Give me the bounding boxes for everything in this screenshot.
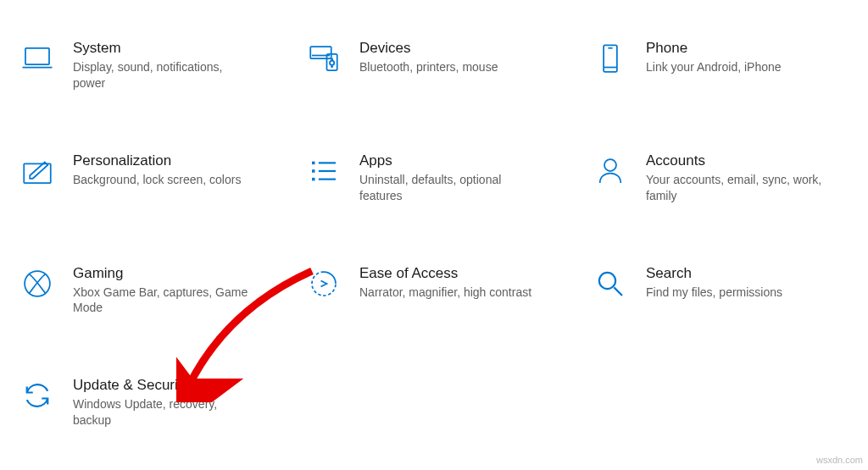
- svg-point-18: [604, 159, 616, 171]
- person-icon: [590, 151, 631, 191]
- tile-title: Ease of Access: [359, 265, 531, 282]
- tile-text: Phone Link your Android, iPhone: [646, 38, 782, 75]
- tile-text: Update & Security Windows Update, recove…: [73, 375, 251, 429]
- svg-rect-16: [312, 178, 315, 181]
- tile-title: Devices: [359, 40, 498, 57]
- tile-title: Update & Security: [73, 377, 251, 394]
- tile-title: Apps: [359, 152, 537, 169]
- phone-icon: [590, 38, 631, 79]
- tile-desc: Your accounts, email, sync, work, family: [646, 172, 824, 204]
- xbox-icon: [17, 263, 58, 304]
- list-icon: [303, 151, 344, 191]
- settings-grid: System Display, sound, notifications, po…: [0, 0, 868, 454]
- tile-desc: Narrator, magnifier, high contrast: [359, 285, 531, 301]
- tile-desc: Background, lock screen, colors: [73, 172, 241, 188]
- svg-point-6: [331, 58, 332, 59]
- tile-text: System Display, sound, notifications, po…: [73, 38, 251, 91]
- svg-point-5: [330, 61, 334, 65]
- tile-desc: Link your Android, iPhone: [646, 59, 782, 75]
- tile-text: Accounts Your accounts, email, sync, wor…: [646, 151, 824, 204]
- svg-line-21: [614, 287, 622, 296]
- tile-desc: Bluetooth, printers, mouse: [359, 59, 498, 75]
- tile-desc: Uninstall, defaults, optional features: [359, 172, 537, 204]
- tile-text: Gaming Xbox Game Bar, captures, Game Mod…: [73, 263, 251, 317]
- tile-text: Search Find my files, permissions: [646, 263, 782, 301]
- tile-gaming[interactable]: Gaming Xbox Game Bar, captures, Game Mod…: [17, 263, 287, 317]
- pen-icon: [17, 151, 58, 191]
- tile-title: Search: [646, 265, 782, 282]
- tile-accounts[interactable]: Accounts Your accounts, email, sync, wor…: [590, 151, 860, 204]
- tile-desc: Find my files, permissions: [646, 285, 782, 301]
- tile-apps[interactable]: Apps Uninstall, defaults, optional featu…: [303, 151, 573, 204]
- tile-desc: Display, sound, notifications, power: [73, 59, 251, 91]
- svg-rect-14: [312, 169, 315, 173]
- tile-title: Personalization: [73, 152, 241, 169]
- tile-devices[interactable]: Devices Bluetooth, printers, mouse: [303, 38, 573, 91]
- tile-system[interactable]: System Display, sound, notifications, po…: [17, 38, 287, 91]
- tile-phone[interactable]: Phone Link your Android, iPhone: [590, 38, 860, 91]
- svg-point-20: [599, 272, 615, 288]
- search-icon: [590, 263, 631, 304]
- tile-desc: Xbox Game Bar, captures, Game Mode: [73, 285, 251, 317]
- sync-icon: [17, 375, 58, 416]
- devices-icon: [303, 38, 344, 79]
- tile-title: Gaming: [73, 265, 251, 282]
- tile-text: Ease of Access Narrator, magnifier, high…: [359, 263, 531, 301]
- svg-rect-12: [312, 161, 315, 164]
- laptop-icon: [17, 38, 58, 79]
- tile-update-security[interactable]: Update & Security Windows Update, recove…: [17, 375, 287, 429]
- tile-text: Devices Bluetooth, printers, mouse: [359, 38, 498, 75]
- tile-ease-of-access[interactable]: Ease of Access Narrator, magnifier, high…: [303, 263, 573, 317]
- tile-text: Personalization Background, lock screen,…: [73, 151, 241, 188]
- tile-title: System: [73, 40, 251, 57]
- tile-title: Accounts: [646, 152, 824, 169]
- tile-desc: Windows Update, recovery, backup: [73, 396, 251, 429]
- svg-point-7: [331, 66, 332, 67]
- tile-text: Apps Uninstall, defaults, optional featu…: [359, 151, 537, 204]
- svg-rect-2: [310, 47, 331, 58]
- ease-icon: [303, 263, 344, 304]
- svg-rect-0: [25, 48, 49, 64]
- watermark: wsxdn.com: [816, 455, 863, 465]
- tile-title: Phone: [646, 40, 782, 57]
- tile-personalization[interactable]: Personalization Background, lock screen,…: [17, 151, 287, 204]
- tile-search[interactable]: Search Find my files, permissions: [590, 263, 860, 317]
